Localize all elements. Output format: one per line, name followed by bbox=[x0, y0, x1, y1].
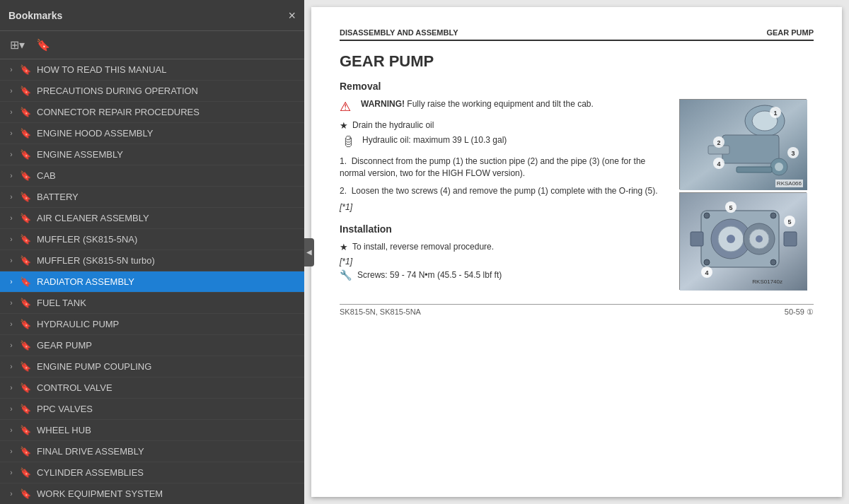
doc-image-col: 1 2 4 3 RKSA066 bbox=[679, 99, 814, 290]
bookmark-arrow-radiator: › bbox=[4, 278, 18, 286]
oil-spec-text: Hydraulic oil: maximum 39 L (10.3 gal) bbox=[362, 135, 507, 145]
bookmark-label-fuel-tank: FUEL TANK bbox=[37, 298, 86, 308]
bookmark-item-engine-hood[interactable]: ›🔖ENGINE HOOD ASSEMBLY bbox=[0, 123, 304, 144]
bookmark-icon-work-equipment: 🔖 bbox=[18, 488, 33, 499]
svg-rect-7 bbox=[737, 167, 772, 172]
svg-text:1: 1 bbox=[773, 110, 777, 117]
bookmark-item-gear-pump[interactable]: ›🔖GEAR PUMP bbox=[0, 335, 304, 356]
bookmark-item-battery[interactable]: ›🔖BATTERY bbox=[0, 187, 304, 208]
bookmark-label-how-to-read: HOW TO READ THIS MANUAL bbox=[37, 64, 166, 75]
warning-description: Fully raise the working equipment and ti… bbox=[407, 99, 593, 109]
bookmark-item-radiator[interactable]: ›🔖RADIATOR ASSEMBLY bbox=[0, 271, 304, 293]
bookmark-item-precautions[interactable]: ›🔖PRECAUTIONS DURING OPERATION bbox=[0, 81, 304, 102]
bookmark-icon-engine-pump-coupling: 🔖 bbox=[18, 361, 33, 372]
bookmark-arrow-cab: › bbox=[4, 172, 18, 180]
oil-spec-box: 🛢 Hydraulic oil: maximum 39 L (10.3 gal) bbox=[340, 135, 668, 150]
bookmark-label-battery: BATTERY bbox=[37, 192, 79, 202]
bookmark-label-engine-pump-coupling: ENGINE PUMP COUPLING bbox=[37, 361, 151, 372]
grid-view-button[interactable]: ⊞▾ bbox=[7, 37, 28, 53]
svg-rect-24 bbox=[691, 232, 703, 246]
footnote-2: [*1] bbox=[340, 257, 668, 266]
svg-text:5: 5 bbox=[729, 204, 732, 211]
install-label: To install, reverse removal procedure. bbox=[352, 242, 494, 252]
bookmark-item-final-drive[interactable]: ›🔖FINAL DRIVE ASSEMBLY bbox=[0, 441, 304, 462]
bookmark-icon-wheel-hub: 🔖 bbox=[18, 425, 33, 435]
bookmark-label-cab: CAB bbox=[37, 170, 56, 181]
bookmark-label-radiator: RADIATOR ASSEMBLY bbox=[37, 276, 134, 287]
bookmark-icon-muffler-turbo: 🔖 bbox=[18, 255, 33, 266]
footer-right: 50-59 ① bbox=[785, 307, 814, 317]
bookmark-arrow-engine-assembly: › bbox=[4, 151, 18, 158]
svg-point-28 bbox=[704, 259, 710, 265]
svg-text:3: 3 bbox=[791, 150, 795, 157]
step-1-text: 1. Disconnect from the pump (1) the suct… bbox=[340, 156, 645, 178]
bookmark-item-air-cleaner[interactable]: ›🔖AIR CLEANER ASSEMBLY bbox=[0, 208, 304, 229]
bookmark-icon-gear-pump: 🔖 bbox=[18, 340, 33, 351]
doc-header-left: DISASSEMBLY AND ASSEMBLY bbox=[340, 28, 458, 37]
svg-point-26 bbox=[704, 213, 710, 218]
bookmark-icon-precautions: 🔖 bbox=[18, 86, 33, 96]
bookmark-icon-final-drive: 🔖 bbox=[18, 446, 33, 457]
svg-text:4: 4 bbox=[717, 160, 720, 168]
svg-point-23 bbox=[756, 235, 763, 242]
doc-body: ⚠ WARNING! Fully raise the working equip… bbox=[340, 99, 814, 290]
spec-text: Screws: 59 - 74 N•m (45.5 - 54.5 lbf ft) bbox=[357, 270, 502, 280]
bookmark-icon-control-valve: 🔖 bbox=[18, 382, 33, 393]
bullet-item-1: ★ Drain the hydraulic oil bbox=[340, 120, 668, 131]
bookmark-icon-cab: 🔖 bbox=[18, 170, 33, 181]
svg-point-29 bbox=[770, 259, 776, 265]
image1-code: RKSA066 bbox=[775, 180, 803, 187]
sidebar-close-button[interactable]: × bbox=[288, 9, 296, 22]
bookmark-item-work-equipment[interactable]: ›🔖WORK EQUIPMENT SYSTEM bbox=[0, 484, 304, 504]
bookmark-item-fuel-tank[interactable]: ›🔖FUEL TANK bbox=[0, 293, 304, 314]
main-content: DISASSEMBLY AND ASSEMBLY GEAR PUMP GEAR … bbox=[304, 0, 849, 504]
bookmark-item-ppc-valves[interactable]: ›🔖PPC VALVES bbox=[0, 399, 304, 420]
bookmark-icon-muffler-na: 🔖 bbox=[18, 234, 33, 245]
doc-main-title: GEAR PUMP bbox=[340, 52, 814, 71]
footer-left: SK815-5N, SK815-5NA bbox=[340, 307, 421, 317]
warning-text: WARNING! Fully raise the working equipme… bbox=[361, 99, 594, 109]
bookmark-view-button[interactable]: 🔖 bbox=[33, 37, 53, 53]
svg-text:4: 4 bbox=[705, 269, 708, 276]
bookmark-arrow-engine-pump-coupling: › bbox=[4, 363, 18, 370]
bookmark-label-muffler-turbo: MUFFLER (SK815-5N turbo) bbox=[37, 255, 155, 266]
warning-icon: ⚠ bbox=[340, 99, 355, 115]
bookmark-item-hydraulic-pump[interactable]: ›🔖HYDRAULIC PUMP bbox=[0, 314, 304, 335]
bookmark-item-wheel-hub[interactable]: ›🔖WHEEL HUB bbox=[0, 420, 304, 441]
bookmark-arrow-wheel-hub: › bbox=[4, 426, 18, 434]
bookmark-item-muffler-na[interactable]: ›🔖MUFFLER (SK815-5NA) bbox=[0, 229, 304, 250]
bookmark-item-cab[interactable]: ›🔖CAB bbox=[0, 165, 304, 187]
bookmark-label-hydraulic-pump: HYDRAULIC PUMP bbox=[37, 319, 119, 329]
warning-box: ⚠ WARNING! Fully raise the working equip… bbox=[340, 99, 668, 115]
wrench-icon: 🔧 bbox=[340, 269, 352, 281]
bookmark-label-engine-assembly: ENGINE ASSEMBLY bbox=[37, 149, 123, 160]
bookmark-item-connector-repair[interactable]: ›🔖CONNECTOR REPAIR PROCEDURES bbox=[0, 102, 304, 123]
bookmark-item-engine-assembly[interactable]: ›🔖ENGINE ASSEMBLY bbox=[0, 144, 304, 165]
bookmark-arrow-hydraulic-pump: › bbox=[4, 320, 18, 328]
bookmark-arrow-control-valve: › bbox=[4, 384, 18, 392]
installation-section: Installation ★ To install, reverse remov… bbox=[340, 223, 668, 281]
bookmark-item-engine-pump-coupling[interactable]: ›🔖ENGINE PUMP COUPLING bbox=[0, 356, 304, 377]
bookmark-item-control-valve[interactable]: ›🔖CONTROL VALVE bbox=[0, 377, 304, 399]
sidebar-collapse-button[interactable]: ◀ bbox=[304, 238, 314, 266]
bookmark-arrow-how-to-read: › bbox=[4, 66, 18, 74]
bookmark-icon-battery: 🔖 bbox=[18, 192, 33, 202]
install-bullet: ★ To install, reverse removal procedure. bbox=[340, 242, 668, 252]
bookmark-item-muffler-turbo[interactable]: ›🔖MUFFLER (SK815-5N turbo) bbox=[0, 250, 304, 271]
bookmark-label-work-equipment: WORK EQUIPMENT SYSTEM bbox=[37, 488, 163, 499]
bookmark-arrow-connector-repair: › bbox=[4, 108, 18, 116]
bookmark-item-cylinder-assemblies[interactable]: ›🔖CYLINDER ASSEMBLIES bbox=[0, 462, 304, 484]
bookmark-item-how-to-read[interactable]: ›🔖HOW TO READ THIS MANUAL bbox=[0, 59, 304, 81]
install-star: ★ bbox=[340, 242, 348, 252]
warning-label: WARNING! bbox=[361, 99, 405, 109]
bookmark-label-control-valve: CONTROL VALVE bbox=[37, 382, 112, 393]
doc-text-col: ⚠ WARNING! Fully raise the working equip… bbox=[340, 99, 668, 290]
bookmark-icon-fuel-tank: 🔖 bbox=[18, 298, 33, 308]
bullet-label-1: Drain the hydraulic oil bbox=[352, 120, 434, 130]
bookmark-icon-hydraulic-pump: 🔖 bbox=[18, 319, 33, 329]
svg-point-27 bbox=[770, 213, 776, 218]
bookmark-arrow-cylinder-assemblies: › bbox=[4, 469, 18, 476]
bookmark-arrow-muffler-turbo: › bbox=[4, 257, 18, 264]
sidebar-toolbar: ⊞▾ 🔖 bbox=[0, 31, 304, 59]
svg-text:2: 2 bbox=[717, 139, 720, 146]
